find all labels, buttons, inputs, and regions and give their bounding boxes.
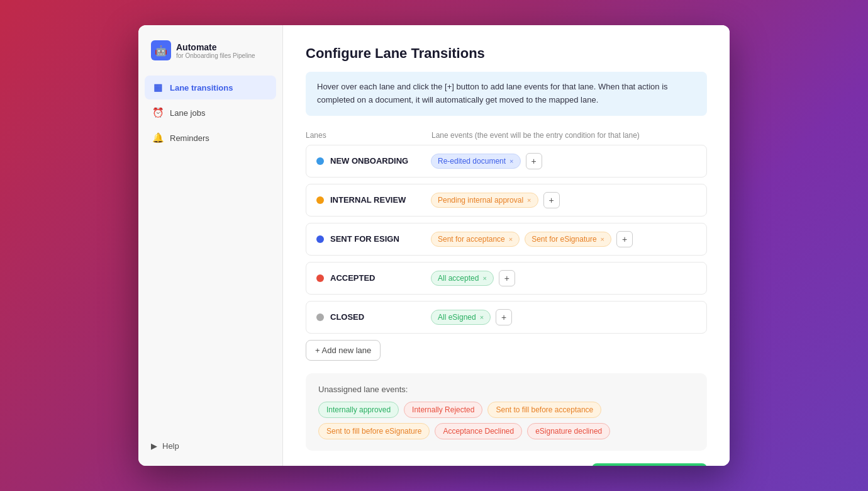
lane-events-new-onboarding: Re-edited document × +: [431, 153, 696, 169]
sidebar-item-label: Reminders: [170, 133, 209, 143]
lane-events-internal-review: Pending internal approval × +: [431, 192, 696, 208]
sidebar-item-reminders[interactable]: 🔔 Reminders: [145, 126, 276, 150]
bell-icon: 🔔: [152, 132, 164, 144]
lane-events-sent-for-esign: Sent for acceptance × Sent for eSignatur…: [431, 231, 696, 247]
lane-row-closed: CLOSED All eSigned × +: [306, 301, 707, 334]
info-banner: Hover over each lane and click the [+] b…: [306, 72, 707, 116]
lane-dot-internal-review: [316, 196, 324, 204]
lane-dot-sent-for-esign: [316, 235, 324, 243]
remove-tag-icon[interactable]: ×: [482, 274, 486, 282]
help-label: Help: [162, 441, 179, 451]
remove-tag-icon[interactable]: ×: [509, 235, 513, 243]
unassigned-tag-esignature-declined[interactable]: eSignature declined: [527, 423, 610, 439]
unassigned-tag-sent-fill-esignature[interactable]: Sent to fill before eSignature: [318, 423, 430, 439]
lane-row-sent-for-esign: SENT FOR ESIGN Sent for acceptance × Sen…: [306, 223, 707, 256]
remove-tag-icon[interactable]: ×: [509, 157, 513, 165]
event-tag-all-accepted[interactable]: All accepted ×: [431, 271, 494, 286]
unassigned-tag-internally-rejected[interactable]: Internally Rejected: [404, 402, 482, 418]
add-event-btn-accepted[interactable]: +: [499, 270, 515, 286]
event-tag-label: Sent for eSignature: [531, 235, 596, 244]
sidebar-brand: 🤖 Automate for Onboarding files Pipeline: [138, 40, 282, 76]
event-tag-all-esigned[interactable]: All eSigned ×: [431, 310, 491, 325]
event-tag-label: Sent for acceptance: [438, 235, 505, 244]
unassigned-tag-acceptance-declined[interactable]: Acceptance Declined: [435, 423, 522, 439]
col-events-header: Lane events (the event will be the entry…: [431, 131, 707, 140]
lane-dot-accepted: [316, 274, 324, 282]
sidebar-item-lane-transitions[interactable]: ▦ Lane transitions: [145, 76, 276, 99]
sidebar-item-label: Lane jobs: [170, 108, 205, 118]
brand-icon: 🤖: [151, 40, 171, 60]
unassigned-title: Unassigned lane events:: [318, 385, 694, 394]
clock-icon: ⏰: [152, 107, 164, 118]
add-event-btn-closed[interactable]: +: [496, 309, 512, 325]
main-window: 🤖 Automate for Onboarding files Pipeline…: [138, 25, 730, 466]
sidebar-nav: ▦ Lane transitions ⏰ Lane jobs 🔔 Reminde…: [138, 76, 282, 441]
add-event-btn-internal-review[interactable]: +: [543, 192, 560, 208]
lane-row-accepted: ACCEPTED All accepted × +: [306, 262, 707, 295]
save-button[interactable]: Save lane tansitions: [592, 463, 707, 466]
event-tag-re-edited[interactable]: Re-edited document ×: [431, 154, 521, 169]
unassigned-tags: Internally approved Internally Rejected …: [318, 402, 694, 439]
brand-text: Automate for Onboarding files Pipeline: [176, 42, 255, 59]
lane-name-new-onboarding: NEW ONBOARDING: [330, 156, 431, 166]
play-icon: ▶: [151, 441, 157, 451]
lane-name-sent-for-esign: SENT FOR ESIGN: [330, 234, 431, 244]
add-event-btn-sent-for-esign[interactable]: +: [616, 231, 633, 247]
event-tag-label: Pending internal approval: [438, 196, 523, 205]
event-tag-pending-approval[interactable]: Pending internal approval ×: [431, 193, 538, 208]
page-title: Configure Lane Transitions: [306, 45, 707, 62]
lane-events-accepted: All accepted × +: [431, 270, 696, 286]
lane-dot-new-onboarding: [316, 157, 324, 165]
lane-name-internal-review: INTERNAL REVIEW: [330, 195, 431, 205]
brand-title: Automate: [176, 42, 255, 52]
lane-row-internal-review: INTERNAL REVIEW Pending internal approva…: [306, 184, 707, 217]
remove-tag-icon[interactable]: ×: [527, 196, 531, 204]
unassigned-tag-sent-fill-acceptance[interactable]: Sent to fill before acceptance: [487, 402, 601, 418]
save-area: Save lane tansitions: [306, 463, 707, 466]
event-tag-sent-esignature[interactable]: Sent for eSignature ×: [525, 232, 611, 247]
lane-name-closed: CLOSED: [330, 312, 431, 322]
lane-events-closed: All eSigned × +: [431, 309, 696, 325]
table-header: Lanes Lane events (the event will be the…: [306, 131, 707, 145]
sidebar: 🤖 Automate for Onboarding files Pipeline…: [138, 25, 283, 466]
remove-tag-icon[interactable]: ×: [601, 235, 604, 243]
brand-subtitle: for Onboarding files Pipeline: [176, 52, 255, 59]
table-icon: ▦: [152, 82, 164, 93]
event-tag-label: Re-edited document: [438, 157, 506, 166]
col-lanes-header: Lanes: [306, 131, 431, 140]
lane-row-new-onboarding: NEW ONBOARDING Re-edited document × +: [306, 145, 707, 178]
event-tag-sent-acceptance[interactable]: Sent for acceptance ×: [431, 232, 520, 247]
unassigned-tag-internally-approved[interactable]: Internally approved: [318, 402, 399, 418]
unassigned-section: Unassigned lane events: Internally appro…: [306, 373, 707, 451]
event-tag-label: All eSigned: [438, 313, 476, 322]
main-content: Configure Lane Transitions Hover over ea…: [283, 25, 730, 466]
sidebar-footer: ▶ Help: [138, 441, 282, 451]
lane-dot-closed: [316, 313, 324, 321]
add-event-btn-new-onboarding[interactable]: +: [526, 153, 542, 169]
help-link[interactable]: ▶ Help: [151, 441, 270, 451]
remove-tag-icon[interactable]: ×: [480, 313, 484, 321]
add-lane-button[interactable]: + Add new lane: [306, 340, 381, 361]
lane-name-accepted: ACCEPTED: [330, 273, 431, 283]
sidebar-item-label: Lane transitions: [170, 83, 233, 93]
sidebar-item-lane-jobs[interactable]: ⏰ Lane jobs: [145, 101, 276, 125]
event-tag-label: All accepted: [438, 274, 479, 283]
